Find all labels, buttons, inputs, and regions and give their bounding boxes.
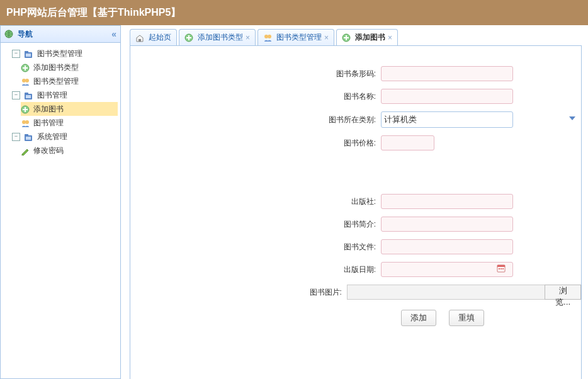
collapse-icon[interactable]: « — [111, 26, 116, 42]
folder-icon — [24, 50, 33, 59]
nav-node-book[interactable]: − 图书管理 添加图书 图书管理 — [12, 88, 118, 130]
nav-label: 图书管理 — [33, 118, 64, 127]
sidebar-title: 导航 — [18, 26, 33, 42]
nav-label: 修改密码 — [33, 146, 64, 155]
label-publisher: 出版社: — [130, 196, 381, 207]
tab-label: 图书类型管理 — [276, 32, 322, 43]
publisher-input[interactable] — [381, 194, 513, 209]
tab-start[interactable]: 起始页 — [130, 29, 177, 45]
image-file-display[interactable] — [347, 285, 545, 300]
label-price: 图书价格: — [130, 138, 381, 149]
toggle-icon[interactable]: − — [12, 50, 20, 58]
category-select[interactable] — [381, 111, 513, 128]
page-header: PHP网站后台管理【基于ThinkPHP5】 — [0, 0, 588, 25]
nav-node-change-password[interactable]: 修改密码 — [21, 144, 118, 157]
reset-button[interactable]: 重填 — [449, 310, 484, 326]
nav-label: 系统管理 — [37, 132, 67, 141]
toggle-icon[interactable]: − — [12, 133, 20, 141]
label-category: 图书所在类别: — [130, 115, 381, 125]
label-intro: 图书简介: — [130, 219, 381, 230]
tab-label: 添加图书类型 — [198, 32, 243, 43]
nav-label: 图书类型管理 — [37, 49, 82, 58]
nav-node-manage-book[interactable]: 图书管理 — [21, 116, 118, 130]
add-icon — [342, 33, 351, 42]
label-barcode: 图书条形码: — [130, 69, 381, 79]
users-icon — [21, 119, 30, 128]
chevron-down-icon — [568, 114, 577, 123]
nav-node-manage-book-type[interactable]: 图书类型管理 — [21, 74, 118, 88]
users-icon — [21, 77, 30, 86]
add-icon — [21, 64, 30, 72]
name-input[interactable] — [381, 89, 513, 104]
main-area: 起始页 添加图书类型 × 图书类型管理 × 添加图书 × 图书条形码: — [126, 25, 588, 379]
barcode-input[interactable] — [381, 66, 513, 81]
close-icon[interactable]: × — [388, 33, 392, 42]
tab-label: 起始页 — [149, 32, 171, 43]
tab-manage-book-type[interactable]: 图书类型管理 × — [257, 29, 334, 45]
folder-icon — [24, 133, 33, 142]
submit-button[interactable]: 添加 — [401, 310, 436, 326]
add-icon — [184, 33, 193, 42]
form-panel: 图书条形码: 图书名称: 图书所在类别: 图书价格: 出版社: — [130, 46, 582, 379]
users-icon — [263, 33, 272, 42]
close-icon[interactable]: × — [324, 33, 329, 42]
nav-tree: − 图书类型管理 添加图书类型 图书类型管理 — [1, 43, 120, 161]
sidebar: 导航 « − 图书类型管理 添加图书类型 图 — [0, 25, 121, 379]
page-title: PHP网站后台管理【基于ThinkPHP5】 — [6, 7, 181, 18]
nav-label: 添加图书 — [33, 105, 64, 113]
label-name: 图书名称: — [130, 91, 381, 102]
tab-add-book[interactable]: 添加图书 × — [336, 29, 398, 45]
nav-node-system[interactable]: − 系统管理 修改密码 — [12, 130, 118, 157]
pubdate-input[interactable] — [381, 262, 513, 277]
tab-add-book-type[interactable]: 添加图书类型 × — [179, 29, 256, 45]
nav-label: 添加图书类型 — [33, 63, 79, 72]
nav-node-add-book[interactable]: 添加图书 — [21, 102, 118, 116]
nav-label: 图书管理 — [37, 91, 67, 99]
sidebar-header: 导航 « — [1, 26, 120, 43]
tab-label: 添加图书 — [355, 32, 385, 43]
file-input[interactable] — [381, 239, 513, 254]
globe-icon — [4, 30, 13, 38]
label-image: 图书图片: — [130, 287, 347, 298]
add-icon — [21, 105, 30, 114]
intro-input[interactable] — [381, 217, 513, 232]
edit-icon — [21, 147, 30, 156]
browse-button[interactable]: 浏览... — [545, 285, 581, 300]
home-icon — [135, 33, 144, 42]
folder-icon — [24, 91, 33, 100]
nav-label: 图书类型管理 — [33, 77, 79, 86]
tab-bar: 起始页 添加图书类型 × 图书类型管理 × 添加图书 × — [130, 29, 582, 46]
price-input[interactable] — [381, 135, 434, 150]
close-icon[interactable]: × — [246, 33, 250, 42]
nav-node-book-type[interactable]: − 图书类型管理 添加图书类型 图书类型管理 — [12, 47, 118, 88]
label-file: 图书文件: — [130, 242, 381, 252]
label-pubdate: 出版日期: — [130, 264, 381, 275]
nav-node-add-book-type[interactable]: 添加图书类型 — [21, 60, 118, 74]
toggle-icon[interactable]: − — [12, 91, 20, 99]
